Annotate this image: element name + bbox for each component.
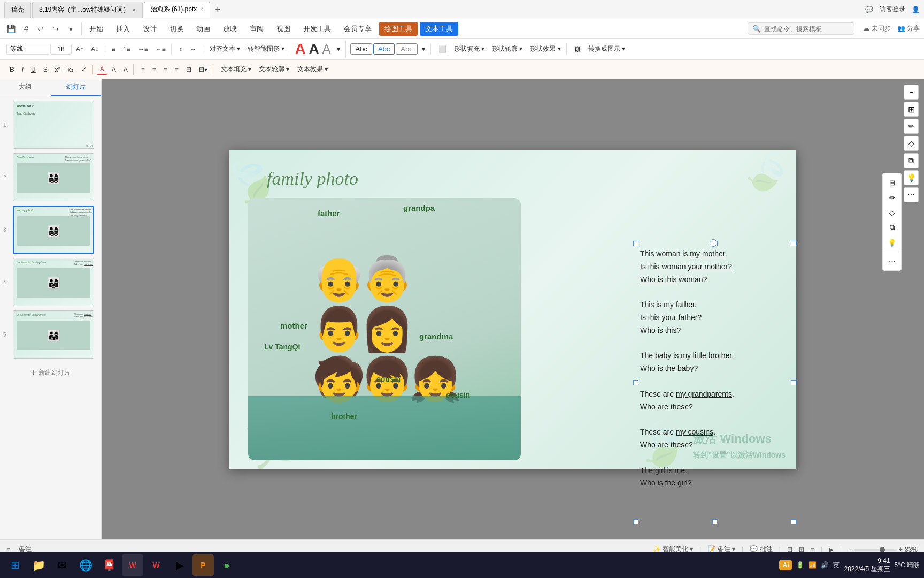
shape-fill-button[interactable]: 形状填充 ▾ bbox=[451, 43, 488, 55]
text-outline-button[interactable]: 文本轮廓 ▾ bbox=[256, 64, 292, 75]
font-size-input[interactable] bbox=[50, 44, 72, 55]
strikethrough-button[interactable]: S bbox=[40, 65, 51, 74]
underline-button[interactable]: U bbox=[28, 65, 39, 74]
more-options-tool[interactable]: ⋯ bbox=[885, 254, 899, 268]
font-color-button[interactable]: A bbox=[97, 64, 107, 75]
edit-tool-button[interactable]: ✏ bbox=[904, 119, 919, 134]
text-fill-button[interactable]: 文本填充 ▾ bbox=[218, 64, 255, 75]
tab-outline[interactable]: 大纲 bbox=[0, 79, 51, 96]
tab-pptx[interactable]: 治愈系 (61).pptx × bbox=[144, 2, 211, 18]
menu-transition[interactable]: 切换 bbox=[164, 22, 189, 36]
menu-design[interactable]: 设计 bbox=[137, 22, 162, 36]
idea-tool-button[interactable]: 💡 bbox=[904, 170, 919, 185]
start-button[interactable]: ⊞ bbox=[4, 554, 26, 576]
search-box[interactable]: 🔍 bbox=[748, 22, 854, 35]
pencil-tool[interactable]: ✏ bbox=[885, 191, 899, 204]
align-text-button[interactable]: 对齐文本 ▾ bbox=[206, 43, 243, 55]
menu-animation[interactable]: 动画 bbox=[191, 22, 215, 36]
slide-thumb-4[interactable]: 4 uncle/aunt's family photo 👨‍👩‍👧 The ma… bbox=[13, 258, 93, 306]
to-diagram-button[interactable]: 转换成图示 ▾ bbox=[585, 43, 628, 55]
login-button[interactable]: 访客登录 bbox=[880, 5, 905, 14]
slide-thumb-3[interactable]: 3 family photo 👨‍👩‍👧‍👦 The woman is my m… bbox=[13, 206, 93, 254]
media-player-icon[interactable]: ▶ bbox=[169, 554, 190, 576]
netease-icon[interactable]: 📮 bbox=[98, 554, 120, 576]
shape-outline-button[interactable]: 形状轮廓 ▾ bbox=[489, 43, 526, 55]
menu-start[interactable]: 开始 bbox=[84, 22, 109, 36]
close-icon[interactable]: × bbox=[200, 6, 203, 12]
increase-font-button[interactable]: A↑ bbox=[73, 44, 87, 55]
more-tool-button[interactable]: ⋯ bbox=[904, 187, 919, 202]
slide-thumb-5[interactable]: 5 uncle/aunt's family photo 👨‍👩‍👧 The ma… bbox=[13, 310, 93, 359]
mail-icon[interactable]: ✉ bbox=[51, 554, 73, 576]
subscript-button[interactable]: x₂ bbox=[65, 65, 77, 74]
smart-shape-button[interactable]: 转智能图形 ▾ bbox=[244, 43, 288, 55]
zoom-slider[interactable] bbox=[854, 549, 897, 551]
tab-content[interactable]: 3.19内容（主...ow特殊疑问词） × bbox=[32, 2, 143, 18]
search-input[interactable] bbox=[764, 25, 844, 33]
insert-image-button[interactable]: 🖼 bbox=[571, 44, 584, 55]
indent-increase-button[interactable]: →≡ bbox=[135, 44, 151, 55]
ai-button[interactable]: Ai bbox=[779, 560, 792, 570]
font-name-input[interactable] bbox=[6, 44, 49, 55]
redo-button[interactable]: ↪ bbox=[49, 22, 62, 35]
add-tab-button[interactable]: + bbox=[211, 3, 224, 16]
distribute-button[interactable]: ⊟ bbox=[183, 65, 195, 74]
add-slide-button[interactable]: + 新建幻灯片 bbox=[0, 363, 101, 383]
shape-select-tool[interactable]: ◇ bbox=[885, 206, 899, 219]
handle-br[interactable] bbox=[791, 519, 796, 524]
handle-bc[interactable] bbox=[712, 519, 718, 524]
tab-slides[interactable]: 幻灯片 bbox=[51, 79, 102, 96]
shape-effect-button[interactable]: 形状效果 ▾ bbox=[527, 43, 564, 55]
close-icon[interactable]: × bbox=[133, 7, 136, 13]
handle-rc[interactable] bbox=[791, 380, 796, 385]
family-image-container[interactable]: 👴👵👨👩🧒👦👧 father grandpa mother Lv TangQi … bbox=[248, 198, 521, 460]
char-spacing-button[interactable]: ↔ bbox=[187, 44, 199, 55]
text-style-box-1[interactable]: Abc bbox=[350, 43, 372, 55]
text-style-more[interactable]: ▾ bbox=[334, 44, 343, 55]
handle-bl[interactable] bbox=[633, 519, 638, 524]
menu-member[interactable]: 会员专享 bbox=[338, 22, 377, 36]
align-justify-button[interactable]: ≡ bbox=[172, 65, 182, 74]
align-left-button[interactable]: ≡ bbox=[138, 65, 148, 74]
text-effect-button[interactable]: 文本效果 ▾ bbox=[294, 64, 331, 75]
handle-tl[interactable] bbox=[633, 241, 638, 246]
file-explorer-icon[interactable]: 📁 bbox=[28, 554, 49, 576]
bold-button[interactable]: B bbox=[6, 65, 18, 74]
italic-button[interactable]: I bbox=[19, 65, 27, 74]
menu-review[interactable]: 审阅 bbox=[244, 22, 269, 36]
copy-select-tool[interactable]: ⧉ bbox=[885, 220, 899, 234]
text-style-box-2[interactable]: Abc bbox=[373, 43, 395, 55]
edge-icon[interactable]: 🌐 bbox=[75, 554, 96, 576]
save-button[interactable]: 💾 bbox=[4, 22, 17, 35]
numbered-list-button[interactable]: 1≡ bbox=[120, 44, 134, 55]
menu-text-tools[interactable]: 文本工具 bbox=[420, 22, 458, 36]
bullet-list-button[interactable]: ≡ bbox=[109, 44, 119, 55]
decrease-font-button[interactable]: A↓ bbox=[88, 44, 102, 55]
undo-button[interactable]: ↩ bbox=[34, 22, 47, 35]
line-spacing-button[interactable]: ↕ bbox=[176, 44, 186, 55]
layers-button[interactable]: ⊞ bbox=[904, 102, 919, 117]
share-button[interactable]: 👥 分享 bbox=[897, 24, 920, 33]
handle-lc[interactable] bbox=[633, 380, 638, 385]
wps-word-icon[interactable]: W bbox=[122, 554, 143, 576]
text-style-box-3[interactable]: Abc bbox=[396, 43, 417, 55]
vertical-align-button[interactable]: ⊟▾ bbox=[196, 65, 211, 74]
lightbulb-tool[interactable]: 💡 bbox=[885, 235, 899, 249]
menu-slideshow[interactable]: 放映 bbox=[218, 22, 242, 36]
highlight-button[interactable]: A bbox=[109, 65, 119, 74]
pptx-icon[interactable]: P bbox=[192, 554, 214, 576]
menu-view[interactable]: 视图 bbox=[271, 22, 296, 36]
clear-format-button[interactable]: ✓ bbox=[78, 65, 90, 74]
copy-tool-button[interactable]: ⧉ bbox=[904, 153, 919, 168]
wps-icon[interactable]: W bbox=[145, 554, 167, 576]
slide-thumb-2[interactable]: 2 family photo 👨‍👩‍👧‍👦 This woman is my … bbox=[13, 153, 93, 201]
zoom-handle[interactable] bbox=[880, 547, 885, 552]
chrome-icon[interactable]: ● bbox=[216, 554, 237, 576]
align-center-button[interactable]: ≡ bbox=[149, 65, 159, 74]
menu-dev[interactable]: 开发工具 bbox=[298, 22, 336, 36]
shadow-text-button[interactable]: A bbox=[120, 65, 131, 74]
text-style-expand[interactable]: ▾ bbox=[419, 44, 428, 55]
tab-gaoke[interactable]: 稿壳 bbox=[4, 2, 31, 18]
layers-tool[interactable]: ⊞ bbox=[885, 176, 899, 189]
text-box-selected[interactable]: This woman is my mother. Is this woman y… bbox=[636, 244, 794, 522]
